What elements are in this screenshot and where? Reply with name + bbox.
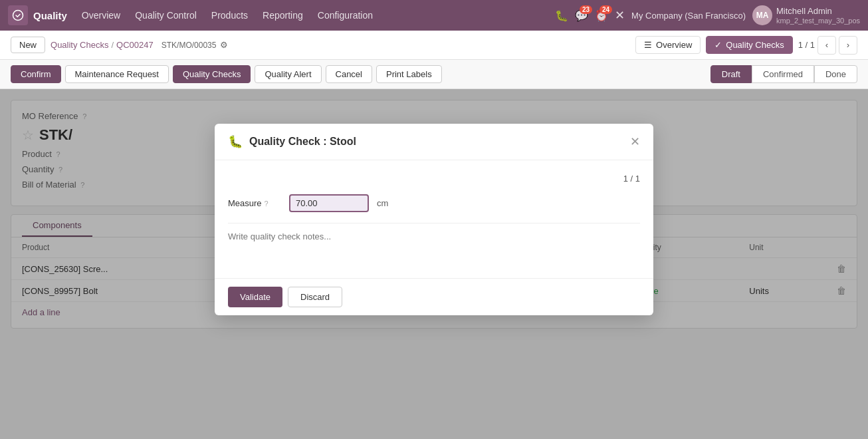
measure-input[interactable] — [289, 194, 369, 212]
quality-check-modal: 🐛 Quality Check : Stool ✕ 1 / 1 Measure … — [215, 124, 653, 315]
confirm-button[interactable]: Confirm — [11, 65, 61, 83]
company-name: My Company (San Francisco) — [631, 11, 746, 21]
maintenance-request-button[interactable]: Maintenance Request — [65, 65, 169, 83]
breadcrumb-bar: New Quality Checks / QC00247 STK/MO/0003… — [0, 31, 868, 60]
status-done[interactable]: Done — [814, 65, 857, 83]
notes-textarea[interactable] — [228, 223, 640, 263]
close-icon[interactable]: ✕ — [615, 8, 625, 23]
app-logo[interactable] — [8, 5, 28, 25]
top-menu: Overview Quality Control Products Report… — [75, 7, 380, 23]
modal-title: Quality Check : Stool — [249, 136, 623, 148]
prev-record-button[interactable]: ‹ — [817, 36, 836, 55]
record-navigation: 1 / 1 ‹ › — [798, 36, 857, 55]
clock-icon[interactable]: ⏰ 24 — [595, 9, 608, 22]
breadcrumb: Quality Checks / QC00247 STK/MO/00035 ⚙ — [51, 40, 228, 50]
print-labels-button[interactable]: Print Labels — [376, 65, 442, 83]
quality-alert-button[interactable]: Quality Alert — [255, 65, 321, 83]
breadcrumb-separator: / — [111, 40, 114, 50]
overview-nav-btn[interactable]: ☰ Overview — [635, 36, 701, 54]
breadcrumb-parent[interactable]: Quality Checks — [51, 40, 108, 50]
quality-checks-button[interactable]: Quality Checks — [173, 65, 251, 83]
settings-icon[interactable]: ⚙ — [220, 40, 228, 50]
clock-badge: 24 — [599, 5, 612, 14]
user-info: Mitchell Admin kmp_2_test_may_30_pos — [776, 6, 860, 25]
modal-footer: Validate Discard — [215, 278, 653, 315]
chat-icon[interactable]: 💬 23 — [575, 9, 588, 22]
avatar: MA — [752, 5, 772, 25]
status-draft[interactable]: Draft — [710, 65, 752, 83]
modal-counter: 1 / 1 — [228, 174, 640, 184]
breadcrumb-current-id[interactable]: QC00247 — [116, 40, 154, 50]
list-icon: ☰ — [644, 40, 652, 50]
chat-badge: 23 — [580, 5, 592, 14]
menu-overview[interactable]: Overview — [75, 7, 127, 23]
menu-configuration[interactable]: Configuration — [311, 7, 380, 23]
modal-bug-icon: 🐛 — [228, 134, 243, 149]
bug-icon[interactable]: 🐛 — [555, 9, 568, 22]
user-menu[interactable]: MA Mitchell Admin kmp_2_test_may_30_pos — [752, 5, 860, 25]
breadcrumb-right: ☰ Overview ✓ Quality Checks 1 / 1 ‹ › — [635, 36, 857, 55]
main-content: MO Reference ? ☆ STK/ Product ? Quantity… — [0, 89, 868, 439]
measure-row: Measure ? cm — [228, 194, 640, 212]
cancel-button[interactable]: Cancel — [326, 65, 372, 83]
measure-unit: cm — [377, 198, 388, 208]
modal-header: 🐛 Quality Check : Stool ✕ — [215, 124, 653, 160]
record-position: 1 / 1 — [798, 40, 815, 50]
svg-point-0 — [13, 11, 23, 21]
breadcrumb-sub-ref: STK/MO/00035 — [162, 41, 217, 50]
action-toolbar: Confirm Maintenance Request Quality Chec… — [0, 60, 868, 89]
modal-close-button[interactable]: ✕ — [630, 134, 640, 149]
user-tag: kmp_2_test_may_30_pos — [776, 17, 860, 25]
modal-body: 1 / 1 Measure ? cm — [215, 160, 653, 278]
modal-overlay: 🐛 Quality Check : Stool ✕ 1 / 1 Measure … — [0, 89, 868, 439]
quality-checks-nav-btn[interactable]: ✓ Quality Checks — [706, 36, 792, 54]
next-record-button[interactable]: › — [839, 36, 857, 55]
measure-label: Measure ? — [228, 198, 281, 208]
check-icon: ✓ — [714, 40, 722, 50]
new-button[interactable]: New — [11, 37, 45, 53]
status-bar: Draft Confirmed Done — [710, 65, 857, 83]
top-navigation: Quality Overview Quality Control Product… — [0, 0, 868, 31]
menu-products[interactable]: Products — [205, 7, 255, 23]
menu-quality-control[interactable]: Quality Control — [128, 7, 203, 23]
app-name: Quality — [33, 10, 67, 21]
menu-reporting[interactable]: Reporting — [256, 7, 310, 23]
validate-button[interactable]: Validate — [228, 287, 282, 307]
user-name: Mitchell Admin — [776, 6, 860, 17]
topnav-right: 🐛 💬 23 ⏰ 24 ✕ My Company (San Francisco)… — [555, 5, 860, 25]
discard-button[interactable]: Discard — [288, 287, 342, 307]
measure-help-icon: ? — [265, 200, 269, 208]
status-confirmed[interactable]: Confirmed — [752, 65, 814, 83]
